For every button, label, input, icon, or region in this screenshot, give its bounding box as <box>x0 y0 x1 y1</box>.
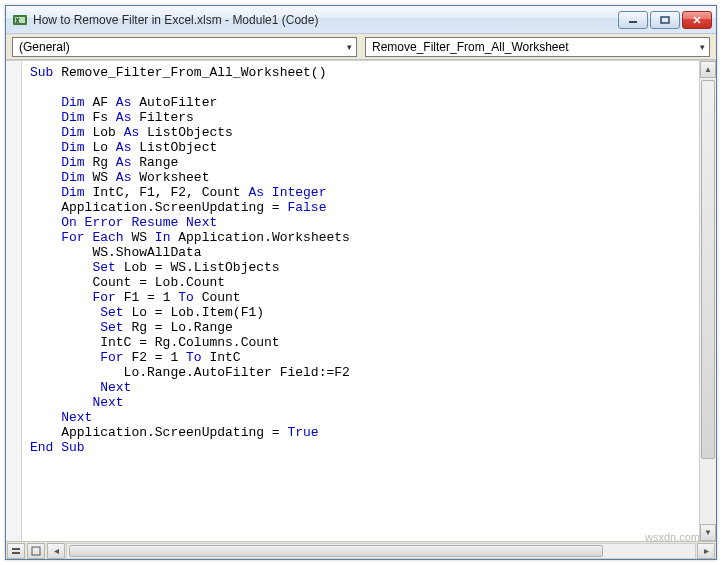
svg-rect-6 <box>32 547 40 555</box>
vertical-scrollbar[interactable]: ▲ ▼ <box>699 61 716 541</box>
close-button[interactable] <box>682 11 712 29</box>
procedure-dropdown[interactable]: Remove_Filter_From_All_Worksheet ▾ <box>365 37 710 57</box>
code-pane: Sub Remove_Filter_From_All_Worksheet() D… <box>6 60 716 541</box>
chevron-down-icon: ▾ <box>700 42 705 52</box>
object-dropdown-value: (General) <box>19 40 347 54</box>
svg-rect-3 <box>661 17 669 23</box>
scroll-up-button[interactable]: ▲ <box>700 61 716 78</box>
svg-rect-5 <box>12 552 20 554</box>
scroll-thumb[interactable] <box>701 80 715 459</box>
titlebar[interactable]: How to Remove Filter in Excel.xlsm - Mod… <box>6 6 716 34</box>
code-window: How to Remove Filter in Excel.xlsm - Mod… <box>5 5 717 560</box>
window-title: How to Remove Filter in Excel.xlsm - Mod… <box>33 13 616 27</box>
svg-rect-4 <box>12 548 20 550</box>
chevron-down-icon: ▾ <box>347 42 352 52</box>
scroll-left-button[interactable]: ◂ <box>47 543 65 559</box>
object-dropdown[interactable]: (General) ▾ <box>12 37 357 57</box>
full-module-view-button[interactable] <box>27 543 45 559</box>
procedure-dropdown-value: Remove_Filter_From_All_Worksheet <box>372 40 700 54</box>
window-controls <box>616 11 712 29</box>
scroll-track[interactable] <box>700 78 716 524</box>
app-icon <box>12 12 28 28</box>
scroll-down-button[interactable]: ▼ <box>700 524 716 541</box>
margin-indicator-bar[interactable] <box>6 61 22 541</box>
code-editor[interactable]: Sub Remove_Filter_From_All_Worksheet() D… <box>22 61 699 541</box>
procedure-view-button[interactable] <box>7 543 25 559</box>
watermark: wsxdn.com <box>645 531 700 543</box>
object-procedure-bar: (General) ▾ Remove_Filter_From_All_Works… <box>6 34 716 60</box>
horizontal-scrollbar[interactable] <box>66 543 696 559</box>
maximize-button[interactable] <box>650 11 680 29</box>
minimize-button[interactable] <box>618 11 648 29</box>
scroll-right-button[interactable]: ▸ <box>697 543 715 559</box>
bottom-bar: ◂ ▸ <box>6 541 716 559</box>
scroll-thumb[interactable] <box>69 545 603 557</box>
